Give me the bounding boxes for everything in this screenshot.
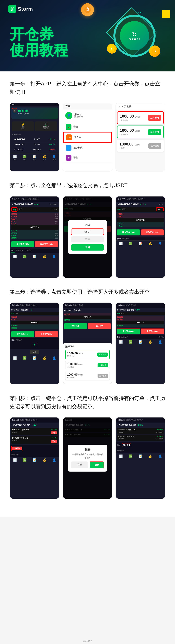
voucher-2-btn[interactable]: 立即使用 bbox=[148, 129, 161, 135]
bn-t-s3-1[interactable]: 💹 bbox=[20, 356, 30, 360]
full-s3-1[interactable]: 全仓 bbox=[11, 312, 14, 315]
bn-c-s3-1[interactable]: 📝 bbox=[30, 356, 39, 360]
bn-m-s3-3[interactable]: 📊 bbox=[116, 340, 126, 344]
sell-s3-2[interactable]: 高位开空 bbox=[88, 323, 111, 329]
bn-asset-3[interactable]: 💰 bbox=[145, 242, 155, 246]
sell-s3-3[interactable]: 高位开空 200x bbox=[141, 328, 164, 334]
sell-s3-1[interactable]: 高位开空 200x bbox=[35, 331, 58, 337]
buy-s3-3[interactable]: 买入开多 200x bbox=[117, 328, 140, 334]
mode-icon: 🌐 bbox=[66, 145, 71, 151]
usdt-highlighted-3[interactable]: USDT bbox=[156, 207, 164, 211]
bn-contract-2[interactable]: 📝 bbox=[30, 254, 39, 258]
pos-close-2[interactable]: 平仓 bbox=[51, 440, 57, 443]
dialog-confirm-btn[interactable]: 返回 bbox=[71, 244, 104, 250]
other-option[interactable]: 其他 bbox=[71, 236, 104, 242]
bn-a-s4-3[interactable]: 💰 bbox=[145, 454, 155, 458]
bn-t-s4-1[interactable]: 💹 bbox=[20, 458, 30, 462]
voucher-highlight-s3-1[interactable]: 券 bbox=[32, 343, 37, 347]
full-s3-3[interactable]: 全仓 bbox=[117, 312, 120, 315]
flat-all-btn[interactable]: 一键平仓 bbox=[12, 446, 22, 450]
bni-t-s4-3: 💹 bbox=[129, 454, 132, 458]
vs-btn-3[interactable]: 立即使用 bbox=[98, 374, 108, 378]
profile-icon bbox=[13, 109, 16, 113]
hold-tab-s3-1[interactable]: 持仓 bbox=[11, 339, 14, 341]
full-position-label: 全仓 bbox=[13, 209, 16, 210]
bn-me-3[interactable]: 👤 bbox=[155, 242, 165, 246]
bitcoin-icon: ₿ bbox=[81, 3, 94, 16]
isolated-position[interactable]: 逐仓 bbox=[19, 208, 22, 210]
position-tab-3[interactable]: 持仓 bbox=[117, 238, 121, 240]
bn-a-s3-1[interactable]: 💰 bbox=[39, 356, 49, 360]
bn-t-s4-3[interactable]: 💹 bbox=[126, 454, 136, 458]
bn-c-s3-3[interactable]: 📝 bbox=[136, 340, 145, 344]
bn-c-s4-3[interactable]: 📝 bbox=[136, 454, 145, 458]
buy-s3-2[interactable]: 买入开多 bbox=[64, 323, 87, 329]
nav-asset[interactable]: 💰 资产 bbox=[39, 155, 49, 161]
full-position-3[interactable]: 全仓 bbox=[117, 208, 121, 210]
language-row[interactable]: 🗣 语言 bbox=[63, 153, 112, 163]
vs-btn-2[interactable]: 立即使用 bbox=[98, 363, 108, 367]
full-position-highlighted[interactable]: 全仓 bbox=[11, 207, 17, 212]
bn-me-s4-1[interactable]: 👤 bbox=[49, 458, 59, 462]
bn-m-s4-3[interactable]: 📊 bbox=[116, 454, 126, 458]
confirm-btn-dialog[interactable]: 确定 bbox=[90, 462, 104, 468]
hold-tab-s3-3[interactable]: 持仓 bbox=[117, 336, 120, 338]
hist-tab-s3-1[interactable]: 历史记录 bbox=[15, 339, 22, 341]
voucher-row-highlighted[interactable]: 🎫 开仓券 bbox=[63, 132, 112, 142]
bn-trade-3[interactable]: 💹 bbox=[126, 242, 136, 246]
red-highlight-circle bbox=[12, 108, 17, 113]
isolated-s3-3[interactable]: 逐仓 bbox=[121, 312, 124, 315]
vs-btn-1[interactable]: 立即使用 bbox=[97, 352, 108, 356]
step1-screenshots: 9:41 ●●● 新户送布道 最多63万用户 bbox=[10, 102, 165, 172]
cancel-btn-dialog[interactable]: 取消 bbox=[71, 462, 88, 468]
sell-button-1[interactable]: 高位开空 200x bbox=[35, 241, 58, 247]
bn-market-2[interactable]: 📊 bbox=[10, 254, 20, 258]
flat-all-s3-3[interactable]: 一键平仓 bbox=[157, 336, 164, 338]
bn-asset-2[interactable]: 💰 bbox=[39, 254, 49, 258]
nav-market[interactable]: 📊 行情 bbox=[10, 155, 20, 161]
bn-s3-3: 📊 💹 📝 💰 👤 bbox=[116, 339, 165, 345]
back-icon[interactable]: ← bbox=[118, 105, 121, 108]
bn-m-s3-1[interactable]: 📊 bbox=[10, 356, 20, 360]
mode-row[interactable]: 🌐 地缘模式 bbox=[63, 143, 112, 153]
isolated-s3-1[interactable]: 逐仓 bbox=[15, 312, 18, 315]
cancel-btn-s3-1[interactable]: 取消 bbox=[30, 350, 39, 354]
hist-tab-s3-3[interactable]: 历史记录 bbox=[121, 336, 128, 338]
voucher-1-btn[interactable]: 立即使用 bbox=[148, 115, 161, 121]
bn-contract-3[interactable]: 📝 bbox=[136, 242, 145, 246]
nav-contract[interactable]: 📝 合约 bbox=[30, 155, 39, 161]
bn-me-s4-3[interactable]: 👤 bbox=[155, 454, 165, 458]
bn-a-s4-1[interactable]: 💰 bbox=[39, 458, 49, 462]
trade-change-1: +6.3% bbox=[34, 203, 39, 205]
bn-me-s3-3[interactable]: 👤 bbox=[155, 340, 165, 344]
bn-c-s4-1[interactable]: 📝 bbox=[30, 458, 39, 462]
pos-close-1[interactable]: 平仓 bbox=[51, 432, 57, 434]
history-tab-s4-3[interactable]: 历史记录 bbox=[123, 444, 130, 446]
futures-graphic: FUTURES ↻ FUTURES $ $ bbox=[104, 6, 165, 65]
bn-me-s3-1[interactable]: 👤 bbox=[49, 356, 59, 360]
charge-sub: 优惠 > bbox=[13, 128, 32, 130]
bn-me-2[interactable]: 👤 bbox=[49, 254, 59, 258]
ticker-wld-pair: WLD/USDT bbox=[14, 138, 25, 140]
current-tab-1[interactable]: 当前委托 bbox=[25, 249, 32, 252]
pnl-1: +5.60% bbox=[157, 429, 163, 431]
sell-button-3[interactable]: 高位开空 200x bbox=[141, 230, 164, 236]
buy-button-1[interactable]: 买入开多 200x bbox=[11, 241, 34, 247]
nav-trade[interactable]: 💹 交易 bbox=[20, 155, 30, 161]
bn-market-3[interactable]: 📊 bbox=[116, 242, 126, 246]
history-tab-1[interactable]: 历史记录 bbox=[16, 249, 23, 252]
nav-me[interactable]: 👤 我的 bbox=[49, 155, 59, 161]
buy-s3-1[interactable]: 买入开多 200x bbox=[11, 331, 34, 337]
security-row[interactable]: 🔒 安全 bbox=[63, 122, 112, 132]
voucher-3-btn[interactable]: 立即使用 bbox=[149, 143, 161, 148]
bn-m-s4-1[interactable]: 📊 bbox=[10, 458, 20, 462]
buy-button-3[interactable]: 买入开多 200x bbox=[117, 230, 140, 236]
history-tab-3[interactable]: 历史记录 bbox=[122, 238, 129, 240]
bn-a-s3-3[interactable]: 💰 bbox=[145, 340, 155, 344]
isolated-position-3[interactable]: 逐仓 bbox=[122, 208, 126, 210]
bn-trade-2[interactable]: 💹 bbox=[20, 254, 30, 258]
usdt-option-highlighted[interactable]: USDT bbox=[71, 228, 104, 235]
bn-t-s3-3[interactable]: 💹 bbox=[126, 340, 136, 344]
hold-tab-s4-3[interactable]: 持仓 bbox=[117, 444, 121, 446]
position-tab-1[interactable]: 持仓 bbox=[11, 249, 15, 252]
